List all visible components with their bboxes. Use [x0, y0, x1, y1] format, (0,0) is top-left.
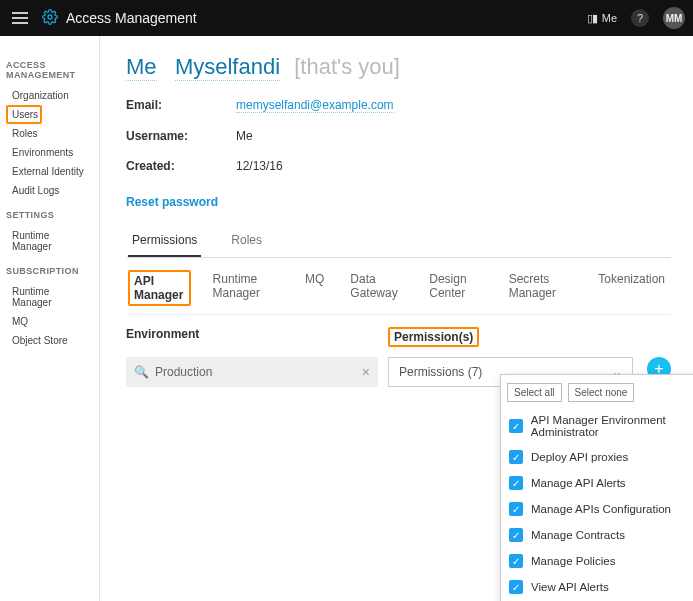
permissions-select-label: Permissions (7) — [399, 365, 482, 379]
subtab-secrets-manager[interactable]: Secrets Manager — [505, 270, 577, 306]
perm-option-label: Deploy API proxies — [531, 451, 628, 463]
sidebar-item-external-identity[interactable]: External Identity — [6, 162, 93, 181]
checkbox-icon: ✓ — [509, 580, 523, 594]
sidebar-section-settings: SETTINGS — [6, 210, 93, 220]
checkbox-icon: ✓ — [509, 476, 523, 490]
sidebar-item-organization[interactable]: Organization — [6, 86, 93, 105]
environment-value: Production — [155, 365, 212, 379]
clear-icon[interactable]: × — [362, 364, 370, 380]
perm-option-label: API Manager Environment Administrator — [531, 414, 693, 438]
checkbox-icon: ✓ — [509, 450, 523, 464]
perm-option-label: View API Alerts — [531, 581, 609, 593]
perm-option[interactable]: ✓API Manager Environment Administrator — [507, 408, 693, 444]
email-label: Email: — [126, 98, 236, 113]
sidebar-section-subscription: SUBSCRIPTION — [6, 266, 93, 276]
sidebar-item-users[interactable]: Users — [6, 105, 42, 124]
sidebar-section-access: ACCESS MANAGEMENT — [6, 60, 93, 80]
me-link[interactable]: ▯▮ Me — [587, 12, 617, 25]
reset-password-link[interactable]: Reset password — [126, 195, 218, 209]
checkbox-icon: ✓ — [509, 528, 523, 542]
topbar: Access Management ▯▮ Me ? MM — [0, 0, 693, 36]
primary-tabs: Permissions Roles — [126, 223, 671, 258]
secondary-tabs: API Manager Runtime Manager MQ Data Gate… — [126, 260, 671, 315]
col-environment: Environment — [126, 327, 388, 347]
perm-option-label: Manage Policies — [531, 555, 615, 567]
username-value: Me — [236, 129, 671, 143]
svg-point-0 — [48, 15, 52, 19]
sidebar-item-settings-runtime[interactable]: Runtime Manager — [6, 226, 93, 256]
sidebar-item-sub-objectstore[interactable]: Object Store — [6, 331, 93, 350]
breadcrumb-suffix: [that's you] — [294, 54, 400, 79]
perm-option[interactable]: ✓Manage API Alerts — [507, 470, 693, 496]
checkbox-icon: ✓ — [509, 502, 523, 516]
select-none-button[interactable]: Select none — [568, 383, 635, 402]
perm-option-label: Manage APIs Configuration — [531, 503, 671, 515]
sidebar: ACCESS MANAGEMENT Organization Users Rol… — [0, 36, 100, 601]
perm-option-label: Manage API Alerts — [531, 477, 626, 489]
tab-roles[interactable]: Roles — [227, 223, 266, 257]
gear-icon — [42, 9, 58, 28]
perm-option[interactable]: ✓Manage Policies — [507, 548, 693, 574]
user-details: Email: memyselfandi@example.com Username… — [126, 98, 671, 173]
permissions-dropdown: Select all Select none ✓API Manager Envi… — [500, 374, 693, 601]
select-all-button[interactable]: Select all — [507, 383, 562, 402]
subtab-api-manager[interactable]: API Manager — [128, 270, 191, 306]
subtab-data-gateway[interactable]: Data Gateway — [346, 270, 407, 306]
username-label: Username: — [126, 129, 236, 143]
perm-option[interactable]: ✓Deploy API proxies — [507, 444, 693, 470]
created-value: 12/13/16 — [236, 159, 671, 173]
me-label: Me — [602, 12, 617, 24]
permissions-options: ✓API Manager Environment Administrator ✓… — [507, 408, 693, 600]
perm-option[interactable]: ✓Manage APIs Configuration — [507, 496, 693, 522]
created-label: Created: — [126, 159, 236, 173]
sidebar-item-sub-mq[interactable]: MQ — [6, 312, 93, 331]
perm-option[interactable]: ✓Manage Contracts — [507, 522, 693, 548]
bar-chart-icon: ▯▮ — [587, 12, 597, 25]
breadcrumb-me[interactable]: Me — [126, 54, 157, 81]
tab-permissions[interactable]: Permissions — [128, 223, 201, 257]
environment-input[interactable]: 🔍 Production × — [126, 357, 378, 387]
col-permissions: Permission(s) — [388, 327, 479, 347]
perm-option-label: Manage Contracts — [531, 529, 625, 541]
breadcrumb: Me Myselfandi [that's you] — [126, 54, 671, 80]
main-content: Me Myselfandi [that's you] Email: memyse… — [100, 36, 693, 601]
checkbox-icon: ✓ — [509, 554, 523, 568]
sidebar-item-audit-logs[interactable]: Audit Logs — [6, 181, 93, 200]
menu-icon[interactable] — [8, 6, 32, 30]
email-value[interactable]: memyselfandi@example.com — [236, 98, 394, 113]
app-title: Access Management — [66, 10, 587, 26]
help-icon[interactable]: ? — [631, 9, 649, 27]
subtab-design-center[interactable]: Design Center — [425, 270, 486, 306]
subtab-runtime-manager[interactable]: Runtime Manager — [209, 270, 283, 306]
subtab-mq[interactable]: MQ — [301, 270, 328, 306]
breadcrumb-user[interactable]: Myselfandi — [175, 54, 280, 81]
perm-option[interactable]: ✓View API Alerts — [507, 574, 693, 600]
avatar[interactable]: MM — [663, 7, 685, 29]
sidebar-item-sub-runtime[interactable]: Runtime Manager — [6, 282, 93, 312]
sidebar-item-roles[interactable]: Roles — [6, 124, 93, 143]
checkbox-icon: ✓ — [509, 419, 523, 433]
subtab-tokenization[interactable]: Tokenization — [594, 270, 669, 306]
sidebar-item-environments[interactable]: Environments — [6, 143, 93, 162]
search-icon: 🔍 — [134, 365, 149, 379]
